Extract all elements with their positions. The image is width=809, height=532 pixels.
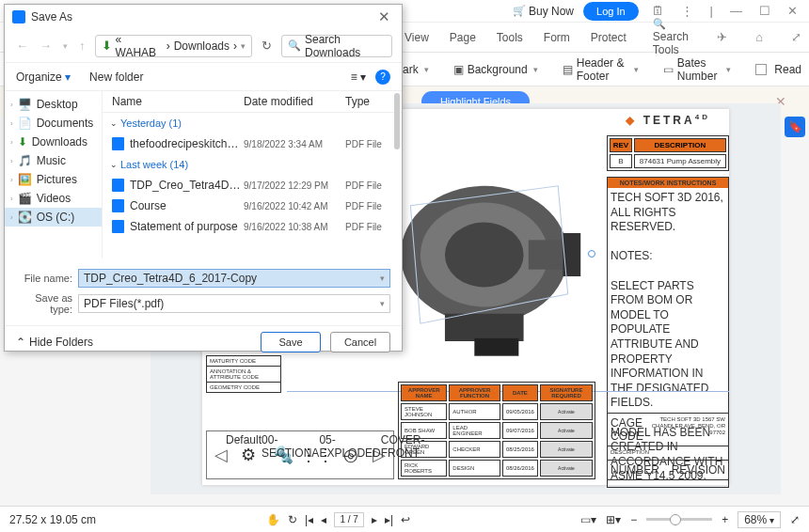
col-date[interactable]: Date modified [244,95,345,108]
savetype-label: Save as type: [16,292,78,315]
buy-now-link[interactable]: 🛒 Buy Now [513,5,574,18]
file-row[interactable]: TDP_Creo_Tetra4D_6_20179/17/2022 12:29 P… [103,175,402,196]
tree-item-downloads[interactable]: ›⬇Downloads [5,133,102,151]
savetype-select[interactable]: PDF Files(*.pdf)▾ [78,294,390,313]
view-thumbnails: Default00-SECTIONA05-EXPLODEDCOVER-FRONT… [206,430,394,479]
expand-icon[interactable]: ⤢ [791,30,801,44]
search-tools-input[interactable]: 🔍 Search Tools [653,18,696,56]
tree-item-documents[interactable]: ›📄Documents [5,114,102,133]
title-block: CAGE CODETECH SOFT 3D 1567 SW CHANDLER A… [607,413,729,479]
tree-item-music[interactable]: ›🎵Music [5,151,102,170]
svg-point-2 [445,223,524,288]
hand-tool-icon[interactable]: ✋ [266,513,280,526]
pdf-file-icon [112,137,124,150]
fit-width-icon[interactable]: ▭▾ [580,513,596,526]
code-boxes: MATURITY CODEANNOTATION & ATTRIBUTE CODE… [206,355,281,392]
rotate-icon[interactable]: ↻ [288,513,297,526]
fullscreen-icon[interactable]: ⤢ [790,513,800,526]
bates-number-button[interactable]: ▭ Bates Number▾ [656,53,739,86]
dialog-title: Save As [31,10,72,23]
menu-page[interactable]: Page [450,31,476,44]
fit-page-icon[interactable]: ⊞▾ [606,513,621,526]
filename-input[interactable]: TDP_Creo_Tetra4D_6_2017-Copy▾ [78,269,390,288]
cancel-button[interactable]: Cancel [330,332,390,352]
tree-item-pictures[interactable]: ›🖼️Pictures [5,170,102,189]
minimize-icon[interactable]: — [726,4,746,18]
zoom-out-icon[interactable]: − [630,513,637,526]
login-button[interactable]: Log In [583,2,639,21]
nav-back-icon[interactable]: ← [14,37,30,55]
reflow-icon[interactable]: ↩ [401,513,410,526]
tree-item-osc[interactable]: ›💽OS (C:) [5,208,102,227]
file-row[interactable]: thefoodrecipeskitchen-free-recipe-ebook9… [103,133,402,154]
hide-folders-button[interactable]: ⌃ Hide Folders [16,336,93,349]
background-button[interactable]: ▣ Background▾ [446,59,546,80]
refresh-icon[interactable]: ↻ [260,37,274,55]
bookmark-panel-button[interactable]: 🔖 [785,117,805,137]
file-group[interactable]: ⌄ Yesterday (1) [103,113,402,133]
selection-handle[interactable] [588,250,595,258]
download-icon: ⬇ [102,39,112,53]
pdf-file-icon [112,179,124,192]
page-dimensions: 27.52 x 19.05 cm [9,513,96,526]
save-button[interactable]: Save [261,332,321,352]
filename-label: File name: [16,273,78,284]
divider: | [706,4,717,18]
breadcrumb[interactable]: ⬇ « WAHAB › Downloads › ▾ [95,35,253,57]
calendar-icon[interactable]: 🗓 [648,4,668,18]
tree-item-desktop[interactable]: ›🖥️Desktop [5,95,102,114]
pdf-file-icon [112,220,124,233]
home-icon[interactable]: ⌂ [755,30,763,44]
last-page-icon[interactable]: ▸| [385,513,393,526]
pump-3d-model[interactable] [390,147,588,363]
zoom-slider[interactable] [646,518,712,521]
chevron-down-icon[interactable]: ▾ [241,41,246,51]
dialog-close-icon[interactable]: ✕ [374,8,394,25]
organize-button[interactable]: Organize ▾ [16,70,71,84]
file-row[interactable]: Statement of purpose9/16/2022 10:38 AMPD… [103,216,402,237]
scrollbar[interactable] [394,93,400,149]
next-page-icon[interactable]: ▸ [372,513,377,526]
svg-rect-6 [474,338,518,356]
zoom-in-icon[interactable]: + [722,513,728,526]
read-checkbox[interactable]: Read [748,59,809,80]
revision-table: REVDESCRIPTION B874631 Pump Assembly [607,135,729,171]
tree-item-videos[interactable]: ›🎬Videos [5,189,102,208]
menu-tools[interactable]: Tools [497,31,523,44]
page-number-input[interactable]: 1 / 7 [334,512,364,527]
file-group[interactable]: ⌄ Last week (14) [103,154,402,175]
maximize-icon[interactable]: ☐ [755,4,774,18]
close-window-icon[interactable]: ✕ [784,4,801,18]
nav-forward-icon[interactable]: → [38,37,54,55]
help-icon[interactable]: ? [375,70,390,85]
tetra-logo: ◆ TETRA4D [607,113,729,127]
file-list: Name Date modified Type ⌄ Yesterday (1)t… [103,91,402,258]
send-icon[interactable]: ✈ [717,30,727,44]
menu-view[interactable]: View [404,31,429,44]
view-mode-button[interactable]: ≡ ▾ [351,70,366,84]
app-icon [12,10,25,23]
first-page-icon[interactable]: |◂ [305,513,313,526]
pdf-file-icon [112,199,124,212]
file-row[interactable]: Course9/16/2022 10:42 AMPDF File [103,196,402,216]
nav-up-icon[interactable]: ↑ [77,37,87,55]
new-folder-button[interactable]: New folder [89,70,143,84]
kebab-icon[interactable]: ⋮ [677,4,697,18]
zoom-level[interactable]: 68% ▾ [738,511,781,528]
svg-rect-5 [445,314,524,341]
search-input[interactable]: 🔍 Search Downloads [281,35,392,57]
prev-page-icon[interactable]: ◂ [321,513,326,526]
col-type[interactable]: Type [345,95,392,108]
menu-form[interactable]: Form [544,31,570,44]
nav-recent-icon[interactable]: ▾ [61,39,70,53]
col-name[interactable]: Name [112,95,244,108]
header-footer-button[interactable]: ▤ Header & Footer▾ [555,53,646,86]
menu-protect[interactable]: Protect [591,31,627,44]
save-as-dialog: Save As ✕ ← → ▾ ↑ ⬇ « WAHAB › Downloads … [4,4,403,352]
signature-table: APPROVER NAMEAPPROVER FUNCTIONDATESIGNAT… [398,382,595,479]
folder-tree: ›🖥️Desktop›📄Documents›⬇Downloads›🎵Music›… [5,91,103,258]
